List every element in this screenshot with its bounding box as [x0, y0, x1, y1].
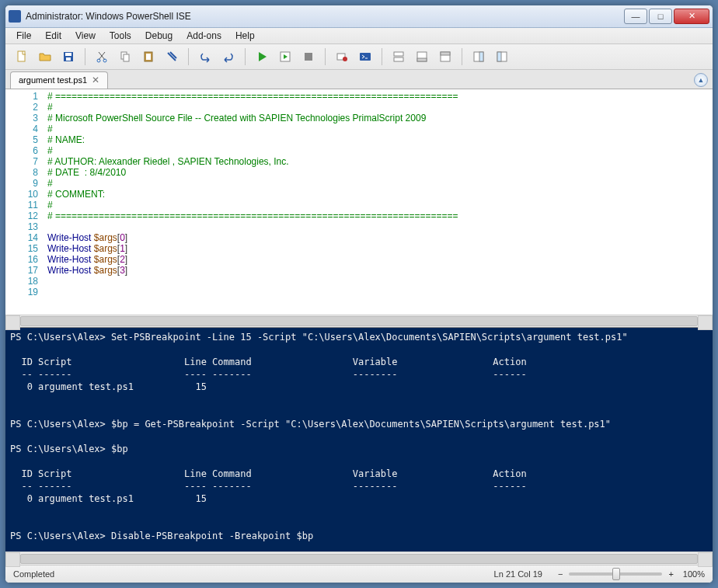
menu-tools[interactable]: Tools	[103, 29, 138, 43]
menu-addons[interactable]: Add-ons	[180, 29, 228, 43]
svg-rect-18	[417, 58, 427, 61]
svg-rect-20	[441, 52, 450, 55]
zoom-level: 100%	[683, 569, 705, 579]
collapse-script-pane-button[interactable]: ▲	[694, 73, 708, 87]
console-pane[interactable]: PS C:\Users\Alex> Set-PSBreakpoint -Line…	[5, 327, 713, 551]
close-button[interactable]: ✕	[674, 9, 709, 24]
script-editor[interactable]: 12345678910111213141516171819 # ========…	[5, 89, 713, 315]
zoom-in-button[interactable]: +	[668, 569, 673, 579]
svg-rect-11	[305, 53, 312, 61]
svg-rect-15	[394, 52, 403, 56]
stop-button[interactable]	[299, 47, 318, 66]
toolbar	[5, 44, 713, 70]
code-area[interactable]: # ======================================…	[44, 89, 713, 315]
menu-help[interactable]: Help	[229, 29, 261, 43]
zoom-slider[interactable]	[569, 572, 662, 576]
maximize-button[interactable]: □	[649, 9, 672, 24]
tab-bar: argument test.ps1 ✕ ▲	[5, 70, 713, 89]
open-file-button[interactable]	[36, 47, 54, 66]
console-horizontal-scrollbar[interactable]	[5, 551, 713, 564]
svg-rect-3	[66, 57, 71, 61]
undo-button[interactable]	[196, 47, 214, 66]
cursor-position: Ln 21 Col 19	[494, 569, 542, 579]
layout-both-button[interactable]	[389, 47, 408, 66]
redo-button[interactable]	[219, 47, 238, 66]
zoom-out-button[interactable]: −	[558, 569, 563, 579]
svg-point-13	[343, 57, 347, 61]
menu-view[interactable]: View	[69, 29, 102, 43]
minimize-button[interactable]: —	[624, 9, 647, 24]
breakpoint-button[interactable]	[333, 47, 351, 66]
svg-rect-7	[124, 54, 129, 61]
window-title: Administrator: Windows PowerShell ISE	[26, 11, 624, 22]
svg-rect-9	[146, 54, 151, 60]
command-pane-button[interactable]	[469, 47, 488, 66]
app-window: Administrator: Windows PowerShell ISE — …	[5, 5, 713, 583]
svg-rect-22	[479, 52, 483, 61]
script-tab[interactable]: argument test.ps1 ✕	[10, 71, 108, 89]
titlebar[interactable]: Administrator: Windows PowerShell ISE — …	[5, 5, 713, 28]
clear-button[interactable]	[162, 47, 181, 66]
menu-debug[interactable]: Debug	[139, 29, 179, 43]
cut-button[interactable]	[92, 47, 111, 66]
svg-rect-2	[65, 53, 71, 56]
svg-rect-16	[394, 57, 403, 61]
tab-close-icon[interactable]: ✕	[92, 75, 99, 85]
powershell-button[interactable]	[356, 47, 375, 66]
menu-edit[interactable]: Edit	[39, 29, 68, 43]
editor-horizontal-scrollbar[interactable]	[5, 315, 713, 327]
status-text: Completed	[13, 569, 54, 579]
new-file-button[interactable]	[12, 47, 31, 66]
menubar: File Edit View Tools Debug Add-ons Help	[5, 28, 713, 44]
run-selection-button[interactable]	[276, 47, 295, 66]
layout-script-button[interactable]	[413, 47, 431, 66]
line-number-gutter: 12345678910111213141516171819	[5, 89, 44, 315]
status-bar: Completed Ln 21 Col 19 − + 100%	[5, 565, 713, 583]
command-addon-button[interactable]	[493, 47, 511, 66]
paste-button[interactable]	[139, 47, 158, 66]
svg-rect-0	[18, 51, 25, 61]
svg-rect-14	[360, 53, 371, 61]
layout-console-button[interactable]	[436, 47, 455, 66]
copy-button[interactable]	[116, 47, 134, 66]
tab-label: argument test.ps1	[19, 75, 87, 85]
menu-file[interactable]: File	[10, 29, 37, 43]
run-script-button[interactable]	[253, 47, 271, 66]
app-icon	[9, 10, 21, 23]
svg-rect-24	[497, 52, 501, 61]
save-button[interactable]	[59, 47, 78, 66]
